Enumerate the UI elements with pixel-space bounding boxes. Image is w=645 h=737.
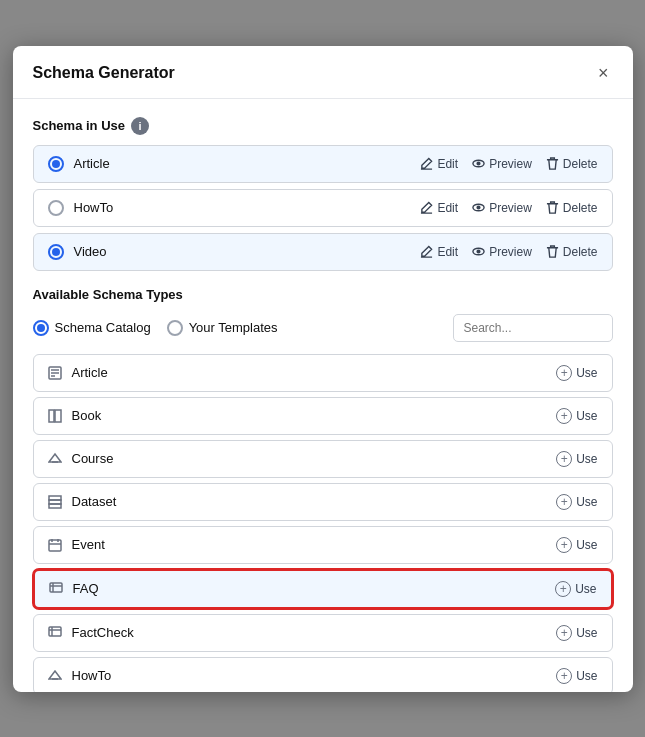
- catalog-item-factcheck-name: FactCheck: [72, 625, 134, 640]
- event-icon: [48, 538, 62, 552]
- dialog-title: Schema Generator: [33, 64, 175, 82]
- schema-item-video: Video Edit Preview Delete: [33, 233, 613, 271]
- edit-icon: [420, 201, 433, 214]
- plus-icon: +: [556, 365, 572, 381]
- article-icon: [48, 366, 62, 380]
- delete-video-button[interactable]: Delete: [546, 245, 598, 259]
- plus-icon: +: [556, 625, 572, 641]
- svg-rect-15: [49, 504, 61, 508]
- preview-video-button[interactable]: Preview: [472, 245, 532, 259]
- book-icon: [48, 409, 62, 423]
- close-button[interactable]: ×: [594, 62, 613, 84]
- schema-item-video-name: Video: [74, 244, 107, 259]
- schema-catalog-option[interactable]: Schema Catalog: [33, 320, 151, 336]
- factcheck-icon: [48, 626, 62, 640]
- dataset-icon: [48, 495, 62, 509]
- use-dataset-button[interactable]: + Use: [556, 494, 597, 510]
- svg-point-1: [477, 162, 480, 165]
- plus-icon: +: [556, 408, 572, 424]
- plus-icon: +: [555, 581, 571, 597]
- info-icon[interactable]: i: [131, 117, 149, 135]
- dialog-header: Schema Generator ×: [13, 46, 633, 99]
- course-icon: [48, 452, 62, 466]
- catalog-list: Article + Use Book + Use: [33, 354, 613, 674]
- schema-item-article-name: Article: [74, 156, 110, 171]
- plus-icon: +: [556, 494, 572, 510]
- preview-howto-button[interactable]: Preview: [472, 201, 532, 215]
- edit-icon: [420, 245, 433, 258]
- schema-generator-dialog: Schema Generator × Schema in Use i Artic…: [13, 46, 633, 692]
- use-howto-button[interactable]: + Use: [556, 668, 597, 684]
- plus-icon: +: [556, 537, 572, 553]
- schema-catalog-label: Schema Catalog: [55, 320, 151, 335]
- svg-rect-10: [49, 410, 54, 422]
- use-event-button[interactable]: + Use: [556, 537, 597, 553]
- svg-rect-23: [49, 627, 61, 636]
- svg-point-5: [477, 250, 480, 253]
- filter-row: Schema Catalog Your Templates: [33, 314, 613, 342]
- dialog-body: Schema in Use i Article Edit Prev: [13, 99, 633, 692]
- catalog-item-course-name: Course: [72, 451, 114, 466]
- schema-catalog-radio[interactable]: [33, 320, 49, 336]
- delete-howto-button[interactable]: Delete: [546, 201, 598, 215]
- catalog-item-event[interactable]: Event + Use: [33, 526, 613, 564]
- use-book-button[interactable]: + Use: [556, 408, 597, 424]
- catalog-item-factcheck[interactable]: FactCheck + Use: [33, 614, 613, 652]
- svg-rect-20: [50, 583, 62, 592]
- trash-icon: [546, 157, 559, 170]
- catalog-item-faq-name: FAQ: [73, 581, 99, 596]
- svg-point-3: [477, 206, 480, 209]
- edit-article-button[interactable]: Edit: [420, 157, 458, 171]
- catalog-item-book[interactable]: Book + Use: [33, 397, 613, 435]
- catalog-item-dataset[interactable]: Dataset + Use: [33, 483, 613, 521]
- edit-icon: [420, 157, 433, 170]
- catalog-item-article-name: Article: [72, 365, 108, 380]
- catalog-item-howto-catalog[interactable]: HowTo + Use: [33, 657, 613, 692]
- schema-in-use-list: Article Edit Preview Delete: [33, 145, 613, 271]
- your-templates-option[interactable]: Your Templates: [167, 320, 278, 336]
- catalog-item-event-name: Event: [72, 537, 105, 552]
- schema-in-use-section-title: Schema in Use i: [33, 117, 613, 135]
- edit-howto-button[interactable]: Edit: [420, 201, 458, 215]
- use-factcheck-button[interactable]: + Use: [556, 625, 597, 641]
- schema-item-howto: HowTo Edit Preview Delete: [33, 189, 613, 227]
- schema-item-article: Article Edit Preview Delete: [33, 145, 613, 183]
- delete-article-button[interactable]: Delete: [546, 157, 598, 171]
- use-faq-button[interactable]: + Use: [555, 581, 596, 597]
- radio-howto[interactable]: [48, 200, 64, 216]
- available-schema-title: Available Schema Types: [33, 287, 613, 302]
- faq-icon: [49, 582, 63, 596]
- plus-icon: +: [556, 668, 572, 684]
- plus-icon: +: [556, 451, 572, 467]
- svg-rect-16: [49, 540, 61, 551]
- use-article-button[interactable]: + Use: [556, 365, 597, 381]
- catalog-item-howto-catalog-name: HowTo: [72, 668, 112, 683]
- catalog-item-course[interactable]: Course + Use: [33, 440, 613, 478]
- radio-video[interactable]: [48, 244, 64, 260]
- edit-video-button[interactable]: Edit: [420, 245, 458, 259]
- preview-icon: [472, 201, 485, 214]
- trash-icon: [546, 201, 559, 214]
- catalog-item-book-name: Book: [72, 408, 102, 423]
- svg-rect-11: [55, 410, 61, 422]
- catalog-item-article[interactable]: Article + Use: [33, 354, 613, 392]
- your-templates-label: Your Templates: [189, 320, 278, 335]
- schema-item-howto-name: HowTo: [74, 200, 114, 215]
- search-input[interactable]: [453, 314, 613, 342]
- preview-article-button[interactable]: Preview: [472, 157, 532, 171]
- trash-icon: [546, 245, 559, 258]
- your-templates-radio[interactable]: [167, 320, 183, 336]
- howto-icon: [48, 669, 62, 683]
- use-course-button[interactable]: + Use: [556, 451, 597, 467]
- radio-article[interactable]: [48, 156, 64, 172]
- preview-icon: [472, 245, 485, 258]
- catalog-item-faq[interactable]: FAQ + Use: [33, 569, 613, 609]
- catalog-item-dataset-name: Dataset: [72, 494, 117, 509]
- preview-icon: [472, 157, 485, 170]
